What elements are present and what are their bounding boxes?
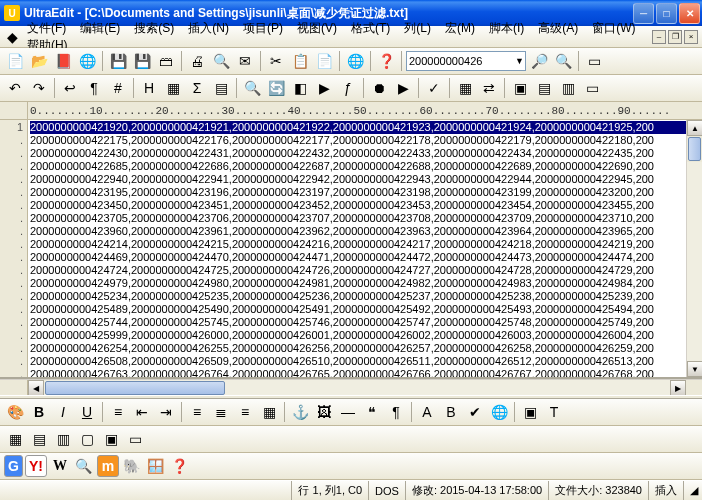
text-line[interactable]: 2000000000423705,2000000000423706,200000… bbox=[30, 212, 686, 225]
menu-item[interactable]: 高级(A) bbox=[532, 19, 584, 37]
terminal-button[interactable]: ▣ bbox=[509, 77, 531, 99]
scroll-track-h[interactable] bbox=[44, 380, 670, 395]
browser-preview-button[interactable]: 🌐 bbox=[488, 401, 510, 423]
align-left-button[interactable]: ≡ bbox=[186, 401, 208, 423]
comment-button[interactable]: ❝ bbox=[361, 401, 383, 423]
find-next-button[interactable]: 🔎 bbox=[528, 50, 550, 72]
scroll-track-v[interactable] bbox=[687, 162, 702, 361]
text-line[interactable]: 2000000000426763,2000000000426764,200000… bbox=[30, 368, 686, 377]
text-line[interactable]: 2000000000425999,2000000000426000,200000… bbox=[30, 329, 686, 342]
calc-button[interactable]: ▤ bbox=[210, 77, 232, 99]
underline-button[interactable]: U bbox=[76, 401, 98, 423]
scroll-thumb-v[interactable] bbox=[688, 137, 701, 161]
image-button[interactable]: 🖼 bbox=[313, 401, 335, 423]
menu-item[interactable]: 文件(F) bbox=[21, 19, 72, 37]
cascade-button[interactable]: ▭ bbox=[581, 77, 603, 99]
redo-button[interactable]: ↷ bbox=[28, 77, 50, 99]
wikipedia-button[interactable]: W bbox=[49, 455, 71, 477]
php-button[interactable]: 🐘 bbox=[121, 455, 143, 477]
table-col-button[interactable]: ▥ bbox=[52, 428, 74, 450]
text-line[interactable]: 2000000000422175,2000000000422176,200000… bbox=[30, 134, 686, 147]
menu-item[interactable]: 格式(T) bbox=[345, 19, 396, 37]
align-center-button[interactable]: ≣ bbox=[210, 401, 232, 423]
terminal2-button[interactable]: ▣ bbox=[519, 401, 541, 423]
vertical-scrollbar[interactable]: ▲ ▼ bbox=[686, 120, 702, 377]
maximize-button[interactable]: □ bbox=[656, 3, 677, 24]
menu-item[interactable]: 插入(N) bbox=[182, 19, 235, 37]
column-mode-button[interactable]: ▦ bbox=[162, 77, 184, 99]
wordwrap-button[interactable]: ↩ bbox=[59, 77, 81, 99]
show-spaces-button[interactable]: ¶ bbox=[83, 77, 105, 99]
text-to-html-button[interactable]: T bbox=[543, 401, 565, 423]
text-line[interactable]: 2000000000426254,2000000000426255,200000… bbox=[30, 342, 686, 355]
justify-button[interactable]: ▦ bbox=[258, 401, 280, 423]
text-line[interactable]: 2000000000422940,2000000000422941,200000… bbox=[30, 173, 686, 186]
bookmark-toggle-button[interactable]: ◧ bbox=[289, 77, 311, 99]
close-button[interactable]: ✕ bbox=[679, 3, 700, 24]
insert-table-button[interactable]: ▦ bbox=[4, 428, 26, 450]
print-button[interactable]: 🖨 bbox=[186, 50, 208, 72]
text-content[interactable]: 2000000000421920,2000000000421921,200000… bbox=[28, 120, 686, 377]
format-b-button[interactable]: B bbox=[440, 401, 462, 423]
table-row-button[interactable]: ▤ bbox=[28, 428, 50, 450]
sum-button[interactable]: Σ bbox=[186, 77, 208, 99]
google-button[interactable]: G bbox=[4, 455, 23, 477]
cut-button[interactable]: ✂ bbox=[265, 50, 287, 72]
menu-item[interactable]: 编辑(E) bbox=[74, 19, 126, 37]
tile-v-button[interactable]: ▥ bbox=[557, 77, 579, 99]
tile-h-button[interactable]: ▤ bbox=[533, 77, 555, 99]
italic-button[interactable]: I bbox=[52, 401, 74, 423]
text-line[interactable]: 2000000000424469,2000000000424470,200000… bbox=[30, 251, 686, 264]
help2-button[interactable]: ❓ bbox=[169, 455, 191, 477]
text-line[interactable]: 2000000000425489,2000000000425490,200000… bbox=[30, 303, 686, 316]
horizontal-scrollbar[interactable]: ◀ ▶ bbox=[0, 379, 702, 395]
menu-item[interactable]: 视图(V) bbox=[291, 19, 343, 37]
text-line[interactable]: 2000000000423450,2000000000423451,200000… bbox=[30, 199, 686, 212]
text-line[interactable]: 2000000000422430,2000000000422431,200000… bbox=[30, 147, 686, 160]
menu-item[interactable]: 脚本(I) bbox=[483, 19, 530, 37]
outdent-button[interactable]: ⇤ bbox=[131, 401, 153, 423]
text-line[interactable]: 2000000000423960,2000000000423961,200000… bbox=[30, 225, 686, 238]
undo-button[interactable]: ↶ bbox=[4, 77, 26, 99]
scroll-down-button[interactable]: ▼ bbox=[687, 361, 702, 377]
bold-button[interactable]: B bbox=[28, 401, 50, 423]
scroll-right-button[interactable]: ▶ bbox=[670, 380, 686, 396]
search-engine-button[interactable]: 🔍 bbox=[73, 455, 95, 477]
menu-item[interactable]: 项目(P) bbox=[237, 19, 289, 37]
compare-button[interactable]: ⇄ bbox=[478, 77, 500, 99]
menu-item[interactable]: 窗口(W) bbox=[586, 19, 641, 37]
toggle-panel-button[interactable]: ▭ bbox=[583, 50, 605, 72]
text-line[interactable]: 2000000000426508,2000000000426509,200000… bbox=[30, 355, 686, 368]
copy-button[interactable]: 📋 bbox=[289, 50, 311, 72]
new-file-button[interactable]: 📄 bbox=[4, 50, 26, 72]
mdi-restore-button[interactable]: ❐ bbox=[668, 30, 682, 44]
mediawiki-button[interactable]: m bbox=[97, 455, 119, 477]
ftp-button[interactable]: 🌐 bbox=[76, 50, 98, 72]
scroll-thumb-h[interactable] bbox=[45, 381, 225, 395]
help-button[interactable]: ❓ bbox=[375, 50, 397, 72]
text-line[interactable]: 2000000000423195,2000000000423196,200000… bbox=[30, 186, 686, 199]
text-line[interactable]: 2000000000422685,2000000000422686,200000… bbox=[30, 160, 686, 173]
paragraph-button[interactable]: ¶ bbox=[385, 401, 407, 423]
menu-item[interactable]: 宏(M) bbox=[439, 19, 481, 37]
macro-record-button[interactable]: ⏺ bbox=[368, 77, 390, 99]
function-list-button[interactable]: ƒ bbox=[337, 77, 359, 99]
line-numbers-button[interactable]: # bbox=[107, 77, 129, 99]
align-right-button[interactable]: ≡ bbox=[234, 401, 256, 423]
indent-button[interactable]: ⇥ bbox=[155, 401, 177, 423]
hex-mode-button[interactable]: H bbox=[138, 77, 160, 99]
bookmark-next-button[interactable]: ▶ bbox=[313, 77, 335, 99]
menu-item[interactable]: 搜索(S) bbox=[128, 19, 180, 37]
msdn-button[interactable]: 🪟 bbox=[145, 455, 167, 477]
browser-button[interactable]: 🌐 bbox=[344, 50, 366, 72]
scroll-left-button[interactable]: ◀ bbox=[28, 380, 44, 396]
search-dropdown-icon[interactable]: ▼ bbox=[515, 56, 524, 66]
scroll-up-button[interactable]: ▲ bbox=[687, 120, 702, 136]
print-preview-button[interactable]: 🔍 bbox=[210, 50, 232, 72]
text-line[interactable]: 2000000000425744,2000000000425745,200000… bbox=[30, 316, 686, 329]
open-file-button[interactable]: 📂 bbox=[28, 50, 50, 72]
hr-button[interactable]: — bbox=[337, 401, 359, 423]
mdi-minimize-button[interactable]: – bbox=[652, 30, 666, 44]
find-prev-button[interactable]: 🔍 bbox=[552, 50, 574, 72]
text-line[interactable]: 2000000000424724,2000000000424725,200000… bbox=[30, 264, 686, 277]
